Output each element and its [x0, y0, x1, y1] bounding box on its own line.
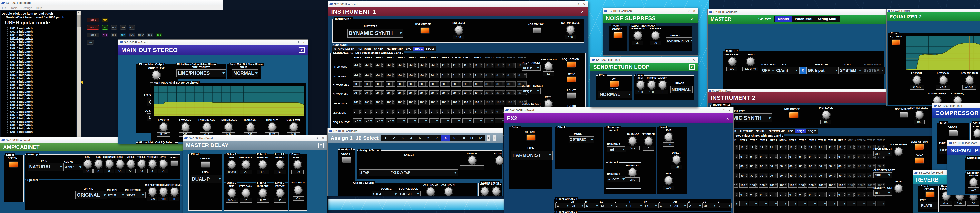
knob-dial[interactable]: [894, 184, 903, 193]
master-tab[interactable]: String Midi: [815, 16, 839, 22]
help-button[interactable]: ?: [722, 109, 726, 112]
knob[interactable]: HIGH MID GAIN 0dB: [219, 119, 238, 137]
tab[interactable]: STRING/LAYER: [333, 46, 356, 51]
titlebar[interactable]: SY-1000FloorBoard ? ✕: [183, 135, 327, 141]
knob-dial[interactable]: [152, 70, 163, 82]
spinner-icon[interactable]: [824, 164, 826, 168]
spinner-icon[interactable]: [414, 82, 416, 86]
fx2-direct-knob[interactable]: DIRECT 100: [671, 151, 682, 169]
spinner-icon[interactable]: [756, 164, 757, 168]
spinner-icon[interactable]: [746, 174, 748, 178]
step-cell[interactable]: 0: [818, 192, 827, 197]
spinner-icon[interactable]: [863, 164, 865, 168]
step-cell[interactable]: 0: [495, 73, 505, 78]
step-cell[interactable]: 0: [798, 192, 807, 197]
knob[interactable]: FALL TIME 0: [490, 183, 501, 196]
knob-dial[interactable]: [137, 159, 146, 168]
knob-dial[interactable]: [228, 188, 236, 198]
knob[interactable]: MAIN LEVEL 0dB: [284, 119, 304, 137]
step-cell[interactable]: 30: [506, 90, 515, 95]
inst1-normix-level-knob[interactable]: NOR MIX LEVEL 100: [565, 22, 576, 39]
panel-button[interactable]: M DLY: [138, 33, 144, 37]
mainout-phase-dropdown[interactable]: NORMAL: [232, 69, 258, 77]
step-cell[interactable]: 80: [385, 82, 395, 86]
step-cell[interactable]: 0: [818, 154, 827, 159]
panel-button[interactable]: CHO: [111, 33, 117, 37]
step-cell[interactable]: 100: [506, 100, 515, 105]
spinner-icon[interactable]: [480, 110, 482, 114]
step-cell[interactable]: 12: [484, 63, 494, 68]
scroll-up-icon[interactable]: [77, 11, 80, 15]
curve-cell[interactable]: [484, 119, 494, 123]
mdelay-onoff-button[interactable]: [201, 162, 210, 168]
patch-item[interactable]: U03:4 init patch: [10, 63, 76, 67]
knob-dial[interactable]: [242, 160, 250, 169]
spinner-icon[interactable]: [371, 82, 372, 86]
curve-cell[interactable]: [788, 201, 797, 206]
step-cell[interactable]: 100: [385, 100, 395, 105]
patch-item[interactable]: U04:4 init patch: [10, 77, 76, 80]
assign-tab[interactable]: 10: [459, 135, 467, 141]
step-cell[interactable]: -24: [375, 73, 384, 78]
step-cell[interactable]: -24: [418, 63, 428, 68]
spinner-icon[interactable]: [843, 192, 846, 197]
step-cell[interactable]: 0: [441, 73, 450, 78]
step-cell[interactable]: 100: [364, 100, 373, 105]
step-cell[interactable]: 80: [441, 82, 450, 86]
curve-cell[interactable]: [759, 201, 768, 206]
harmony-note-dropdown[interactable]: A: [688, 203, 702, 208]
spinner-icon[interactable]: [469, 63, 471, 67]
step-cell[interactable]: 80: [759, 164, 768, 169]
spinner-icon[interactable]: [371, 91, 372, 95]
step-cell[interactable]: 0: [759, 192, 768, 197]
spinner-icon[interactable]: [469, 73, 471, 77]
step-cell[interactable]: 80: [778, 164, 788, 169]
step-cell[interactable]: 30: [484, 90, 494, 95]
knob-dial[interactable]: [894, 147, 903, 156]
inst2-sync-led-button[interactable]: [915, 157, 924, 164]
panel-button[interactable]: FX 2: [102, 33, 108, 37]
step-cell[interactable]: 0: [778, 154, 788, 159]
knob-dial[interactable]: [633, 30, 642, 40]
panel-button[interactable]: EQ 2: [156, 33, 162, 37]
step-cell[interactable]: 30: [452, 90, 461, 95]
spinner-icon[interactable]: [447, 110, 449, 114]
spinner-icon[interactable]: [795, 155, 797, 159]
menu-item[interactable]: File: [0, 6, 9, 10]
knob-dial[interactable]: [672, 155, 681, 164]
step-cell[interactable]: 0: [462, 109, 472, 114]
inst1-type-dropdown[interactable]: DYNAMIC SYNTH: [347, 29, 403, 38]
close-button[interactable]: ✕: [321, 137, 325, 140]
spinner-icon[interactable]: [491, 63, 493, 67]
knob[interactable]: EFFECT 50: [274, 156, 286, 174]
knob[interactable]: LOW CUT 31.5Hz: [906, 72, 928, 90]
spinner-icon[interactable]: [491, 82, 493, 86]
assign-tab[interactable]: 7: [433, 135, 441, 141]
tab[interactable]: SEQ 1: [413, 46, 424, 51]
patch-item[interactable]: U07:2 init patch: [10, 110, 76, 113]
curve-cell[interactable]: [857, 201, 866, 206]
step-cell[interactable]: 30: [418, 90, 428, 95]
step-cell[interactable]: 100: [769, 183, 778, 188]
spinner-icon[interactable]: [458, 73, 460, 77]
step-cell[interactable]: -24: [418, 73, 428, 78]
step-cell[interactable]: -24: [364, 63, 373, 68]
inst2-level-target-dropdown[interactable]: OFF: [873, 190, 892, 195]
spinner-icon[interactable]: [491, 91, 493, 95]
spinner-icon[interactable]: [834, 164, 836, 168]
step-cell[interactable]: -24: [385, 63, 395, 68]
curve-cell[interactable]: [364, 119, 373, 123]
step-cell[interactable]: 0: [857, 154, 866, 159]
assign-minimum-knob[interactable]: MINIMUM ----: [466, 152, 477, 170]
step-cell[interactable]: 80: [495, 82, 505, 86]
spinner-icon[interactable]: [502, 82, 504, 86]
knob-dial[interactable]: [495, 155, 503, 165]
step-cell[interactable]: -24: [407, 73, 417, 78]
spinner-icon[interactable]: [425, 110, 427, 114]
tab[interactable]: ALT TUNE: [738, 129, 754, 133]
loop-length-knob[interactable]: LOOP LENGTH 12: [543, 58, 554, 76]
knob[interactable]: RESONANCE 0: [104, 156, 115, 173]
curve-cell[interactable]: [877, 201, 885, 206]
step-cell[interactable]: 80: [430, 82, 439, 86]
knob-dial[interactable]: [148, 187, 157, 196]
